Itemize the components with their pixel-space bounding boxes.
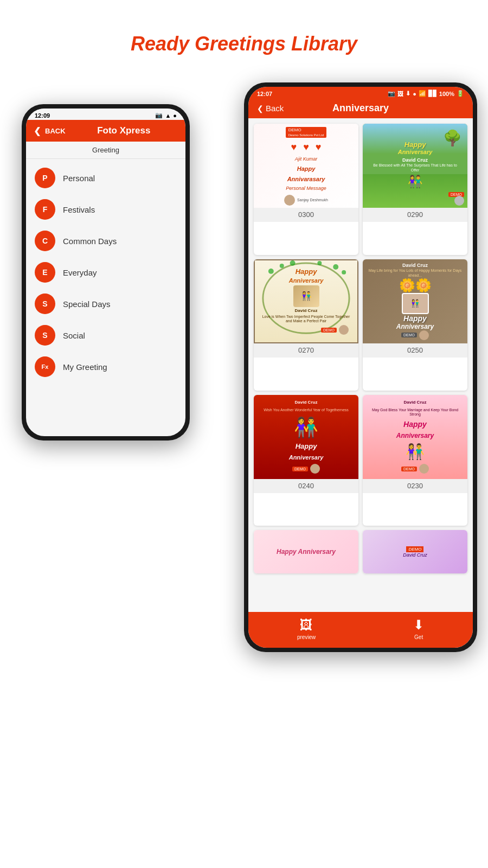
card-0230-name: David Cruz [404, 400, 427, 405]
card-0270-content: Happy Anniversary 👫 David Cruz Love is W… [257, 263, 355, 340]
left-status-icons: 📷 ▲ ● [155, 112, 177, 119]
my-greeting-label: My Greeting [63, 362, 107, 372]
menu-item-common-days[interactable]: C Common Days [26, 225, 185, 257]
card-0270-image: Happy Anniversary 👫 David Cruz Love is W… [254, 259, 358, 343]
partial-right-text: David Cruz [403, 552, 427, 558]
demo-badge-0250: DEMO [401, 333, 417, 337]
right-toolbar: 🖼 preview ⬇ Get [248, 612, 473, 648]
personal-label: Personal [63, 174, 95, 183]
wifi-icon: ▲ [165, 112, 171, 119]
card-0240-anniversary: Anniversary [289, 454, 324, 461]
menu-item-social[interactable]: S Social [26, 320, 185, 351]
card-0230[interactable]: David Cruz May God Bless Your Marriage a… [363, 395, 467, 526]
phone-right-inner: 12:07 📷 🖼 ⬇ ● 📶 ▊▊ 100% 🔋 ❮ Back Anniver… [248, 87, 473, 648]
card-0230-bottom: DEMO [401, 464, 429, 474]
right-status-bar: 12:07 📷 🖼 ⬇ ● 📶 ▊▊ 100% 🔋 [248, 87, 473, 98]
camera-icon: 📷 [388, 90, 395, 97]
card-0250-bottom: DEMO [401, 330, 429, 340]
partial-right-content: DEMO David Cruz [403, 546, 427, 558]
menu-item-everyday[interactable]: E Everyday [26, 257, 185, 288]
card-0290-content: Happy Anniversary David Cruz Be Blessed … [366, 128, 464, 203]
card-0300-image: DEMODesmo Solutions Pvt Ltd ♥♥♥ Ajit Kum… [254, 124, 358, 208]
card-0270-bottom: DEMO [261, 325, 351, 335]
common-days-label: Common Days [63, 237, 117, 246]
card-0270-name: David Cruz [295, 308, 318, 313]
demo-badge-0230: DEMO [401, 467, 417, 471]
app-title: Foto Xpress [70, 125, 178, 136]
card-0250[interactable]: David Cruz May Life bring for You Lots o… [363, 259, 467, 391]
card-0230-anniversary: Anniversary [396, 432, 434, 439]
get-label: Get [414, 634, 423, 640]
partial-happy-text: Happy Anniversary [277, 548, 336, 556]
menu-list: P Personal F Festivals C Common Days E E… [26, 159, 185, 436]
demo-badge-0240: DEMO [292, 467, 308, 471]
special-days-label: Special Days [63, 299, 111, 309]
battery-right-label: 100% [439, 91, 454, 97]
back-arrow-icon[interactable]: ❮ [34, 126, 41, 136]
card-0250-anniversary: Anniversary [396, 323, 434, 330]
card-0270[interactable]: Happy Anniversary 👫 David Cruz Love is W… [254, 259, 358, 391]
card-0240-happy: Happy [296, 442, 317, 450]
social-label: Social [63, 331, 85, 340]
card-0240-name: David Cruz [295, 400, 318, 405]
card-0240-subtext: Wish You Another Wonderful Year of Toget… [264, 408, 349, 412]
demo-badge-0270: DEMO [321, 328, 337, 333]
social-icon: S [35, 325, 55, 346]
festivals-icon: F [35, 199, 55, 220]
phone-left: 12:09 📷 ▲ ● ❮ BACK Foto Xpress Greeting [22, 104, 190, 441]
card-0240-image: David Cruz Wish You Another Wonderful Ye… [254, 395, 358, 479]
card-0300[interactable]: DEMODesmo Solutions Pvt Ltd ♥♥♥ Ajit Kum… [254, 124, 358, 255]
right-header: ❮ Back Anniversary [248, 98, 473, 118]
card-0270-happy: Happy [296, 267, 317, 276]
festivals-label: Festivals [63, 205, 95, 214]
card-0250-image: David Cruz May Life bring for You Lots o… [363, 259, 467, 343]
page-title: Ready Greetings Library [0, 33, 488, 55]
wifi-right-icon: 📶 [419, 90, 426, 97]
card-0250-number: 0250 [363, 343, 467, 358]
battery-icon: 🔋 [457, 90, 464, 97]
card-partial-purple-img: DEMO David Cruz [363, 530, 467, 573]
silhouette-icon-0230: 👫 [406, 443, 425, 461]
avatar-0250 [419, 330, 429, 340]
card-0290-happy: Happy [404, 141, 426, 149]
notification-icon: 📷 [155, 112, 163, 119]
card-0300-sender: Sanjay Deshmukh [297, 198, 328, 202]
card-0300-personal: Personal Message [286, 186, 326, 191]
card-0230-number: 0230 [363, 479, 467, 493]
card-0250-happy: Happy [403, 314, 427, 323]
personal-icon: P [35, 168, 55, 188]
couple-photo-0270: 👫 [293, 285, 319, 307]
card-0250-subtext: May Life bring for You Lots of Happy Mom… [366, 268, 464, 278]
card-0290[interactable]: 🌳 Happy Anniversary David Cruz Be Blesse… [363, 124, 467, 255]
gallery-icon: 🖼 [397, 91, 403, 97]
cards-grid: DEMODesmo Solutions Pvt Ltd ♥♥♥ Ajit Kum… [248, 118, 473, 612]
card-0290-image: 🌳 Happy Anniversary David Cruz Be Blesse… [363, 124, 467, 208]
demo-partial-badge: DEMO [406, 546, 423, 552]
back-label[interactable]: BACK [45, 127, 66, 135]
left-status-bar: 12:09 📷 ▲ ● [26, 108, 185, 120]
card-partial-right[interactable]: DEMO David Cruz [363, 530, 467, 573]
card-0300-number: 0300 [254, 208, 358, 222]
card-0290-subtext: Be Blessed with All The Surprises That L… [370, 163, 460, 173]
phones-container: 12:09 📷 ▲ ● ❮ BACK Foto Xpress Greeting [0, 82, 488, 706]
demo-badge-0300: DEMODesmo Solutions Pvt Ltd [286, 127, 327, 138]
couple-photo-0250: 👫 [402, 293, 429, 314]
everyday-icon: E [35, 262, 55, 283]
preview-icon: 🖼 [300, 617, 313, 633]
avatar-0240 [310, 464, 320, 474]
card-partial-left[interactable]: Happy Anniversary [254, 530, 358, 573]
menu-item-personal[interactable]: P Personal [26, 162, 185, 194]
card-0300-avatar-row: Sanjay Deshmukh [284, 195, 328, 206]
back-chevron-icon[interactable]: ❮ [257, 104, 264, 113]
left-header: ❮ BACK Foto Xpress [26, 120, 185, 142]
card-0290-anniversary: Anniversary [398, 149, 433, 155]
card-0240[interactable]: David Cruz Wish You Another Wonderful Ye… [254, 395, 358, 526]
menu-item-festivals[interactable]: F Festivals [26, 194, 185, 225]
preview-button[interactable]: 🖼 preview [297, 617, 316, 640]
menu-item-special-days[interactable]: S Special Days [26, 288, 185, 320]
back-button[interactable]: Back [266, 104, 284, 113]
common-days-icon: C [35, 231, 55, 251]
signal-icon: ● [173, 112, 177, 119]
get-button[interactable]: ⬇ Get [413, 617, 424, 640]
menu-item-my-greeting[interactable]: Fx My Greeting [26, 351, 185, 382]
